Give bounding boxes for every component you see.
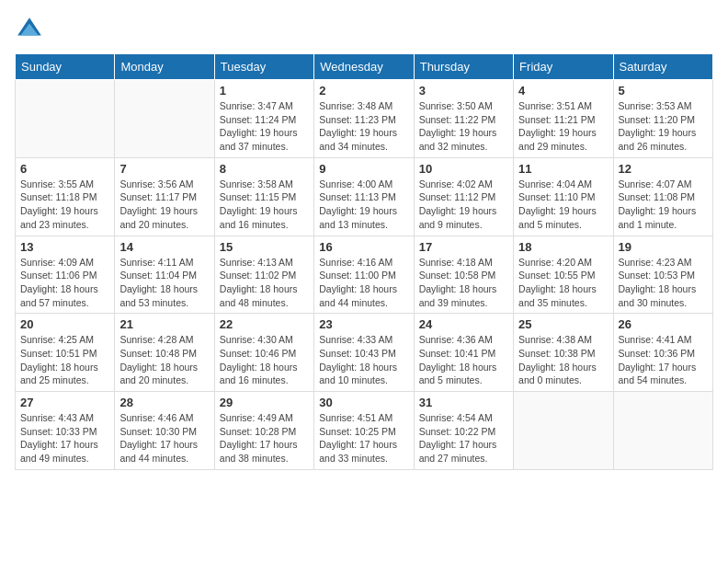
day-number: 5 xyxy=(619,84,708,98)
day-info: Sunrise: 4:49 AM Sunset: 10:28 PM Daylig… xyxy=(220,411,309,465)
day-info: Sunrise: 4:38 AM Sunset: 10:38 PM Daylig… xyxy=(518,333,608,387)
day-number: 22 xyxy=(220,317,309,331)
day-info: Sunrise: 4:33 AM Sunset: 10:43 PM Daylig… xyxy=(319,333,408,387)
day-info: Sunrise: 4:11 AM Sunset: 11:04 PM Daylig… xyxy=(119,256,209,310)
day-number: 28 xyxy=(119,396,209,409)
day-number: 16 xyxy=(319,240,408,254)
calendar-week-row: 27Sunrise: 4:43 AM Sunset: 10:33 PM Dayl… xyxy=(16,392,713,470)
day-info: Sunrise: 4:04 AM Sunset: 11:10 PM Daylig… xyxy=(518,178,608,232)
page-header xyxy=(15,15,713,44)
weekday-header-sunday: Sunday xyxy=(16,54,115,80)
day-number: 4 xyxy=(518,84,608,98)
calendar-week-row: 13Sunrise: 4:09 AM Sunset: 11:06 PM Dayl… xyxy=(16,236,713,314)
calendar-day-14: 14Sunrise: 4:11 AM Sunset: 11:04 PM Dayl… xyxy=(115,236,214,314)
calendar-day-empty xyxy=(514,392,613,470)
weekday-header-wednesday: Wednesday xyxy=(314,54,414,80)
calendar-day-18: 18Sunrise: 4:20 AM Sunset: 10:55 PM Dayl… xyxy=(514,236,613,314)
calendar-day-4: 4Sunrise: 3:51 AM Sunset: 11:21 PM Dayli… xyxy=(514,80,613,158)
day-number: 17 xyxy=(419,240,508,254)
day-number: 7 xyxy=(119,162,209,176)
weekday-header-monday: Monday xyxy=(115,54,214,80)
day-number: 18 xyxy=(518,240,608,254)
day-number: 1 xyxy=(220,84,309,98)
day-info: Sunrise: 3:47 AM Sunset: 11:24 PM Daylig… xyxy=(220,99,309,154)
day-info: Sunrise: 3:48 AM Sunset: 11:23 PM Daylig… xyxy=(319,99,408,154)
day-info: Sunrise: 4:51 AM Sunset: 10:25 PM Daylig… xyxy=(319,411,408,465)
day-info: Sunrise: 4:30 AM Sunset: 10:46 PM Daylig… xyxy=(220,333,309,387)
day-number: 6 xyxy=(20,162,109,176)
day-info: Sunrise: 4:28 AM Sunset: 10:48 PM Daylig… xyxy=(119,333,209,387)
day-info: Sunrise: 4:09 AM Sunset: 11:06 PM Daylig… xyxy=(20,256,109,310)
calendar-day-30: 30Sunrise: 4:51 AM Sunset: 10:25 PM Dayl… xyxy=(314,392,414,470)
day-info: Sunrise: 3:55 AM Sunset: 11:18 PM Daylig… xyxy=(20,178,109,232)
calendar-day-2: 2Sunrise: 3:48 AM Sunset: 11:23 PM Dayli… xyxy=(314,80,414,158)
calendar-day-31: 31Sunrise: 4:54 AM Sunset: 10:22 PM Dayl… xyxy=(414,392,513,470)
calendar-day-19: 19Sunrise: 4:23 AM Sunset: 10:53 PM Dayl… xyxy=(613,236,712,314)
logo xyxy=(15,15,48,44)
day-info: Sunrise: 4:46 AM Sunset: 10:30 PM Daylig… xyxy=(119,411,209,465)
calendar-day-5: 5Sunrise: 3:53 AM Sunset: 11:20 PM Dayli… xyxy=(613,80,712,158)
calendar-day-empty xyxy=(613,392,712,470)
calendar-day-empty xyxy=(115,80,214,158)
day-info: Sunrise: 4:18 AM Sunset: 10:58 PM Daylig… xyxy=(419,256,508,310)
day-number: 8 xyxy=(220,162,309,176)
calendar-header-row: SundayMondayTuesdayWednesdayThursdayFrid… xyxy=(16,54,713,80)
day-info: Sunrise: 4:43 AM Sunset: 10:33 PM Daylig… xyxy=(20,411,109,465)
day-info: Sunrise: 4:00 AM Sunset: 11:13 PM Daylig… xyxy=(319,178,408,232)
calendar-day-9: 9Sunrise: 4:00 AM Sunset: 11:13 PM Dayli… xyxy=(314,157,414,236)
day-number: 26 xyxy=(619,317,708,331)
day-number: 30 xyxy=(319,396,408,409)
calendar-day-6: 6Sunrise: 3:55 AM Sunset: 11:18 PM Dayli… xyxy=(16,157,115,236)
calendar-day-15: 15Sunrise: 4:13 AM Sunset: 11:02 PM Dayl… xyxy=(214,236,313,314)
calendar-day-10: 10Sunrise: 4:02 AM Sunset: 11:12 PM Dayl… xyxy=(414,157,513,236)
calendar-day-16: 16Sunrise: 4:16 AM Sunset: 11:00 PM Dayl… xyxy=(314,236,414,314)
calendar-day-1: 1Sunrise: 3:47 AM Sunset: 11:24 PM Dayli… xyxy=(214,80,313,158)
calendar-table: SundayMondayTuesdayWednesdayThursdayFrid… xyxy=(15,53,713,470)
day-number: 3 xyxy=(419,84,508,98)
calendar-day-21: 21Sunrise: 4:28 AM Sunset: 10:48 PM Dayl… xyxy=(115,314,214,392)
day-number: 25 xyxy=(518,317,608,331)
day-info: Sunrise: 4:16 AM Sunset: 11:00 PM Daylig… xyxy=(319,256,408,310)
day-number: 23 xyxy=(319,317,408,331)
day-number: 12 xyxy=(619,162,708,176)
day-number: 11 xyxy=(518,162,608,176)
day-number: 29 xyxy=(220,396,309,409)
day-info: Sunrise: 3:50 AM Sunset: 11:22 PM Daylig… xyxy=(419,99,508,154)
calendar-day-12: 12Sunrise: 4:07 AM Sunset: 11:08 PM Dayl… xyxy=(613,157,712,236)
day-number: 31 xyxy=(419,396,508,409)
day-number: 21 xyxy=(119,317,209,331)
day-info: Sunrise: 4:02 AM Sunset: 11:12 PM Daylig… xyxy=(419,178,508,232)
day-info: Sunrise: 3:56 AM Sunset: 11:17 PM Daylig… xyxy=(119,178,209,232)
calendar-day-24: 24Sunrise: 4:36 AM Sunset: 10:41 PM Dayl… xyxy=(414,314,513,392)
day-number: 24 xyxy=(419,317,508,331)
calendar-day-29: 29Sunrise: 4:49 AM Sunset: 10:28 PM Dayl… xyxy=(214,392,313,470)
calendar-week-row: 1Sunrise: 3:47 AM Sunset: 11:24 PM Dayli… xyxy=(16,80,713,158)
calendar-day-26: 26Sunrise: 4:41 AM Sunset: 10:36 PM Dayl… xyxy=(613,314,712,392)
day-info: Sunrise: 4:25 AM Sunset: 10:51 PM Daylig… xyxy=(20,333,109,387)
day-number: 9 xyxy=(319,162,408,176)
day-info: Sunrise: 4:54 AM Sunset: 10:22 PM Daylig… xyxy=(419,411,508,465)
calendar-week-row: 6Sunrise: 3:55 AM Sunset: 11:18 PM Dayli… xyxy=(16,157,713,236)
logo-icon xyxy=(15,15,44,44)
day-info: Sunrise: 4:13 AM Sunset: 11:02 PM Daylig… xyxy=(220,256,309,310)
day-info: Sunrise: 4:07 AM Sunset: 11:08 PM Daylig… xyxy=(619,178,708,232)
weekday-header-thursday: Thursday xyxy=(414,54,513,80)
calendar-day-22: 22Sunrise: 4:30 AM Sunset: 10:46 PM Dayl… xyxy=(214,314,313,392)
day-info: Sunrise: 4:23 AM Sunset: 10:53 PM Daylig… xyxy=(619,256,708,310)
day-number: 2 xyxy=(319,84,408,98)
calendar-day-28: 28Sunrise: 4:46 AM Sunset: 10:30 PM Dayl… xyxy=(115,392,214,470)
calendar-day-17: 17Sunrise: 4:18 AM Sunset: 10:58 PM Dayl… xyxy=(414,236,513,314)
day-number: 20 xyxy=(20,317,109,331)
day-info: Sunrise: 4:41 AM Sunset: 10:36 PM Daylig… xyxy=(619,333,708,387)
day-info: Sunrise: 3:53 AM Sunset: 11:20 PM Daylig… xyxy=(619,99,708,154)
calendar-day-27: 27Sunrise: 4:43 AM Sunset: 10:33 PM Dayl… xyxy=(16,392,115,470)
day-number: 14 xyxy=(119,240,209,254)
calendar-day-empty xyxy=(16,80,115,158)
calendar-day-11: 11Sunrise: 4:04 AM Sunset: 11:10 PM Dayl… xyxy=(514,157,613,236)
weekday-header-friday: Friday xyxy=(514,54,613,80)
day-number: 19 xyxy=(619,240,708,254)
calendar-day-20: 20Sunrise: 4:25 AM Sunset: 10:51 PM Dayl… xyxy=(16,314,115,392)
day-number: 10 xyxy=(419,162,508,176)
calendar-day-23: 23Sunrise: 4:33 AM Sunset: 10:43 PM Dayl… xyxy=(314,314,414,392)
calendar-day-3: 3Sunrise: 3:50 AM Sunset: 11:22 PM Dayli… xyxy=(414,80,513,158)
